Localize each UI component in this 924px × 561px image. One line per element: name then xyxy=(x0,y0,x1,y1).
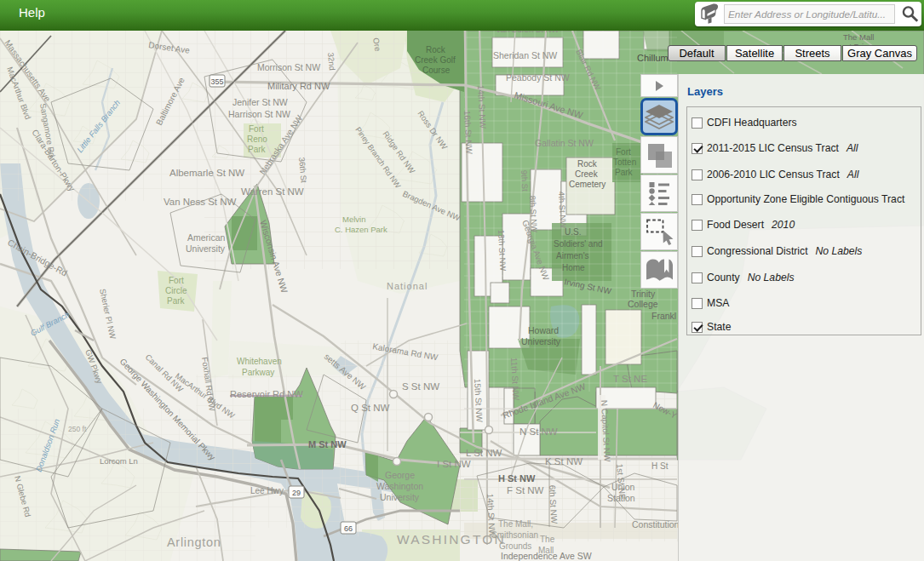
svg-text:H St: H St xyxy=(651,461,669,471)
svg-text:University: University xyxy=(186,243,226,254)
svg-text:National: National xyxy=(387,281,428,291)
svg-text:T St NE: T St NE xyxy=(613,374,647,384)
svg-text:Morrison St NW: Morrison St NW xyxy=(257,62,320,72)
svg-text:Rock: Rock xyxy=(577,159,598,169)
svg-text:66: 66 xyxy=(344,524,353,533)
svg-text:Circle: Circle xyxy=(165,286,187,295)
svg-text:Cemetery: Cemetery xyxy=(569,180,605,189)
svg-text:Sheridan St NW: Sheridan St NW xyxy=(493,50,557,60)
svg-text:Course: Course xyxy=(422,66,451,75)
svg-text:Warren St NW: Warren St NW xyxy=(241,186,304,197)
svg-text:Independence Ave SW: Independence Ave SW xyxy=(501,551,592,561)
svg-text:Washington: Washington xyxy=(376,481,423,491)
svg-text:Fort: Fort xyxy=(249,124,264,134)
svg-text:Constitution: Constitution xyxy=(632,519,680,530)
svg-text:U.S.: U.S. xyxy=(565,227,581,237)
svg-text:Park: Park xyxy=(615,168,634,177)
svg-text:Chillum: Chillum xyxy=(637,53,669,63)
svg-text:Military Rd NW: Military Rd NW xyxy=(267,81,330,91)
svg-text:355: 355 xyxy=(210,77,223,86)
svg-text:Reservoir Rd NW: Reservoir Rd NW xyxy=(230,389,303,399)
svg-text:Jenifer St NW: Jenifer St NW xyxy=(232,97,288,107)
svg-text:Harrison St NW: Harrison St NW xyxy=(228,109,290,119)
svg-text:Melvin: Melvin xyxy=(342,215,365,224)
svg-text:Creek Golf: Creek Golf xyxy=(415,55,456,65)
svg-text:Park: Park xyxy=(248,145,267,154)
svg-text:American: American xyxy=(187,232,226,243)
svg-text:Van Ness St NW: Van Ness St NW xyxy=(164,197,237,207)
svg-text:Frankl: Frankl xyxy=(651,311,676,321)
svg-text:Park: Park xyxy=(167,296,186,306)
svg-text:The Mall,: The Mall, xyxy=(498,519,533,529)
svg-text:University: University xyxy=(521,336,561,346)
svg-text:9th St: 9th St xyxy=(519,170,530,192)
svg-text:Grounds: Grounds xyxy=(499,541,531,551)
svg-text:Fort: Fort xyxy=(169,276,184,285)
svg-text:Airmen's: Airmen's xyxy=(556,251,589,260)
svg-text:Smithsonian: Smithsonian xyxy=(491,530,538,540)
svg-text:L St NW: L St NW xyxy=(466,448,502,458)
svg-text:Creek: Creek xyxy=(575,169,599,179)
svg-text:Fort: Fort xyxy=(616,147,631,157)
svg-text:The Mall: The Mall xyxy=(843,32,874,42)
svg-text:M St NW: M St NW xyxy=(308,439,347,449)
svg-text:Rock: Rock xyxy=(426,45,446,54)
svg-text:George: George xyxy=(385,470,415,480)
svg-text:Union: Union xyxy=(611,482,635,492)
svg-text:Albemarle St NW: Albemarle St NW xyxy=(169,168,244,178)
svg-text:University: University xyxy=(380,492,420,502)
svg-text:4th St NW: 4th St NW xyxy=(557,192,568,229)
svg-text:C. Hazen Park: C. Hazen Park xyxy=(335,225,387,234)
svg-text:Parkway: Parkway xyxy=(242,368,274,377)
svg-text:Trinity: Trinity xyxy=(631,289,656,299)
svg-text:Peabody St NW: Peabody St NW xyxy=(506,72,570,83)
svg-text:Q St NW: Q St NW xyxy=(351,403,390,413)
svg-text:29: 29 xyxy=(292,489,301,497)
svg-text:Howard: Howard xyxy=(528,325,559,335)
svg-text:N St NW: N St NW xyxy=(519,426,558,437)
svg-text:Arlington: Arlington xyxy=(167,535,221,549)
svg-text:F St NW: F St NW xyxy=(507,485,544,495)
svg-text:Lee Hwy: Lee Hwy xyxy=(250,486,284,495)
svg-text:Reno: Reno xyxy=(247,135,267,144)
svg-text:I St NW: I St NW xyxy=(437,459,471,469)
svg-text:32nd: 32nd xyxy=(326,52,337,71)
svg-text:Lorcom Ln: Lorcom Ln xyxy=(100,456,138,466)
svg-text:The: The xyxy=(540,535,555,544)
svg-text:College: College xyxy=(628,299,658,309)
svg-text:Gallatin St NW: Gallatin St NW xyxy=(535,138,594,148)
svg-text:Whitehaven: Whitehaven xyxy=(237,357,282,366)
svg-text:K St NW: K St NW xyxy=(545,456,583,467)
svg-text:Totten: Totten xyxy=(613,157,636,167)
svg-text:Soldiers' and: Soldiers' and xyxy=(554,239,603,249)
svg-text:S St NW: S St NW xyxy=(402,381,439,392)
svg-text:Station: Station xyxy=(607,493,635,503)
svg-text:WASHINGTON: WASHINGTON xyxy=(397,532,506,547)
svg-text:H St NW: H St NW xyxy=(498,473,536,484)
svg-text:250 ft: 250 ft xyxy=(68,425,87,433)
svg-text:Home: Home xyxy=(562,263,585,272)
